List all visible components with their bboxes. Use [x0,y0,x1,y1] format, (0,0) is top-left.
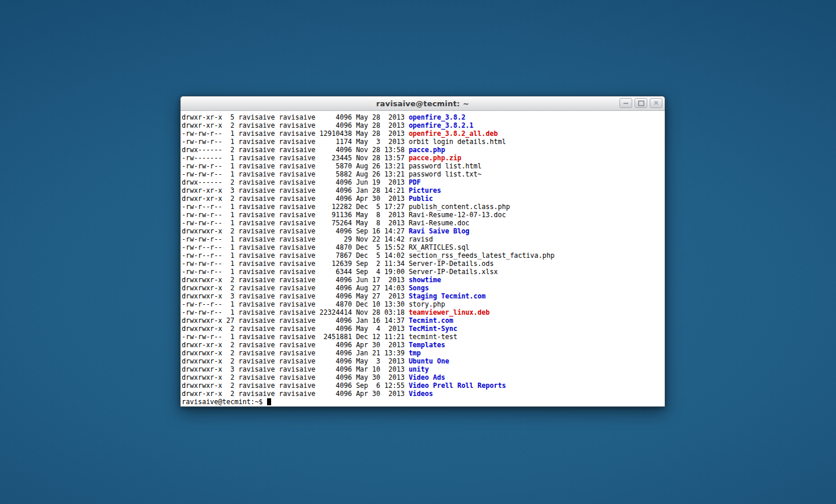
file-row: -rw-r--r-- 1 ravisaive ravisaive 4870 De… [182,243,665,251]
file-name: Video Prell Roll Reports [409,381,506,390]
file-name: unity [409,365,429,373]
file-meta: -rw-rw-r-- 1 ravisaive ravisaive 12639 S… [182,260,409,268]
file-meta: drwxrwxr-x 27 ravisaive ravisaive 4096 J… [182,316,409,325]
desktop-background: ravisaive@tecmint: ~ ✕ drwxr-xr-x 5 ravi… [0,0,836,504]
prompt-line: ravisaive@tecmint:~$ [182,398,665,406]
file-row: -rw-rw-r-- 1 ravisaive ravisaive 2451881… [182,333,665,341]
file-row: -rw-rw-r-- 1 ravisaive ravisaive 2232441… [182,308,665,316]
file-meta: -rw-rw-r-- 1 ravisaive ravisaive 5870 Au… [182,162,409,170]
file-name: showtime [409,276,441,284]
file-name: Server-IP-Details.xlsx [409,268,498,276]
file-row: drwxrwxr-x 2 ravisaive ravisaive 4096 Se… [182,381,665,390]
terminal-cursor [267,398,271,405]
file-meta: -rw-rw-r-- 1 ravisaive ravisaive 75264 M… [182,219,409,227]
file-meta: -rw-rw-r-- 1 ravisaive ravisaive 2232441… [182,308,409,316]
file-row: drwxrwxr-x 2 ravisaive ravisaive 4096 Ma… [182,373,665,381]
file-row: -rw-rw-r-- 1 ravisaive ravisaive 29 Nov … [182,235,665,243]
file-meta: drwxr-xr-x 5 ravisaive ravisaive 4096 Ma… [182,113,409,121]
file-meta: -rw------- 1 ravisaive ravisaive 23445 N… [182,154,409,162]
file-name: password list.txt~ [409,170,482,178]
file-name: Ubuntu One [409,357,449,365]
shell-prompt: ravisaive@tecmint:~$ [182,398,267,406]
file-name: Ravi-Resume-12-07-13.doc [409,211,506,219]
file-row: drwxrwxr-x 3 ravisaive ravisaive 4096 Ma… [182,365,665,373]
window-controls: ✕ [619,98,662,108]
file-listing: drwxr-xr-x 5 ravisaive ravisaive 4096 Ma… [182,113,665,398]
file-row: drwxrwxr-x 27 ravisaive ravisaive 4096 J… [182,316,665,325]
file-row: -rw------- 1 ravisaive ravisaive 23445 N… [182,154,665,162]
file-meta: drwxr-xr-x 2 ravisaive ravisaive 4096 Ap… [182,341,409,349]
file-meta: -rw-rw-r-- 1 ravisaive ravisaive 2451881… [182,333,409,341]
terminal-output-area[interactable]: drwxr-xr-x 5 ravisaive ravisaive 4096 Ma… [181,111,665,406]
file-row: drwxrwxr-x 2 ravisaive ravisaive 4096 Ja… [182,349,665,357]
file-row: drwxrwxr-x 2 ravisaive ravisaive 4096 Ju… [182,276,665,284]
file-name: tecmint-test [409,333,457,341]
file-meta: -rw-rw-r-- 1 ravisaive ravisaive 6344 Se… [182,268,409,276]
file-row: -rw-rw-r-- 1 ravisaive ravisaive 91136 M… [182,211,665,219]
file-name: Templates [409,341,445,349]
file-name: TecMint-Sync [409,325,457,333]
file-meta: -rw-rw-r-- 1 ravisaive ravisaive 1291043… [182,129,409,138]
file-row: drwxrwxr-x 2 ravisaive ravisaive 4096 Ma… [182,325,665,333]
file-meta: drwxrwxr-x 2 ravisaive ravisaive 4096 Ma… [182,325,409,333]
file-name: Staging Tecmint.com [409,292,486,300]
file-name: Video Ads [409,373,445,381]
file-meta: -rw-rw-r-- 1 ravisaive ravisaive 1174 Ma… [182,138,409,146]
maximize-button[interactable] [635,98,647,108]
file-row: drwxrwxr-x 2 ravisaive ravisaive 4096 Au… [182,284,665,292]
window-title: ravisaive@tecmint: ~ [376,99,469,108]
file-name: Ravi-Resume.doc [409,219,470,227]
file-row: -rw-r--r-- 1 ravisaive ravisaive 12282 D… [182,203,665,211]
file-meta: -rw-r--r-- 1 ravisaive ravisaive 12282 D… [182,203,409,211]
file-row: drwxrwxr-x 2 ravisaive ravisaive 4096 Se… [182,227,665,235]
file-meta: -rw-rw-r-- 1 ravisaive ravisaive 91136 M… [182,211,409,219]
file-row: -rw-r--r-- 1 ravisaive ravisaive 7867 De… [182,251,665,260]
file-meta: drwx------ 2 ravisaive ravisaive 4096 Ju… [182,178,409,186]
file-row: -rw-rw-r-- 1 ravisaive ravisaive 75264 M… [182,219,665,227]
file-row: drwxr-xr-x 2 ravisaive ravisaive 4096 Ma… [182,121,665,129]
file-name: publish_content.class.php [409,203,510,211]
file-name: section_rss_feeds_latest_factiva.php [409,251,554,260]
file-meta: -rw-r--r-- 1 ravisaive ravisaive 4870 De… [182,243,409,251]
file-meta: drwxrwxr-x 2 ravisaive ravisaive 4096 Ju… [182,276,409,284]
file-row: -rw-r--r-- 1 ravisaive ravisaive 4870 De… [182,300,665,308]
file-name: pacce.php [409,146,445,154]
close-button[interactable]: ✕ [650,98,662,108]
file-meta: drwxrwxr-x 2 ravisaive ravisaive 4096 Ma… [182,357,409,365]
file-row: drwx------ 2 ravisaive ravisaive 4096 Ju… [182,178,665,186]
file-name: orbit login details.html [409,138,506,146]
window-titlebar[interactable]: ravisaive@tecmint: ~ ✕ [181,96,665,111]
file-name: ravisd [409,235,433,243]
file-name: pacce.php.zip [409,154,462,162]
file-row: drwx------ 2 ravisaive ravisaive 4096 No… [182,146,665,154]
file-name: teamviewer_linux.deb [409,308,490,316]
terminal-window: ravisaive@tecmint: ~ ✕ drwxr-xr-x 5 ravi… [180,96,665,407]
file-meta: drwxrwxr-x 2 ravisaive ravisaive 4096 Ma… [182,373,409,381]
file-name: RX_ARTICLES.sql [409,243,470,251]
file-name: Tecmint.com [409,316,453,325]
file-name: Public [409,195,433,203]
file-meta: drwxrwxr-x 3 ravisaive ravisaive 4096 Ma… [182,365,409,373]
file-row: drwxr-xr-x 2 ravisaive ravisaive 4096 Ap… [182,341,665,349]
file-meta: -rw-rw-r-- 1 ravisaive ravisaive 5882 Au… [182,170,409,178]
file-name: openfire_3.8.2 [409,113,466,121]
close-icon: ✕ [653,100,658,106]
file-row: -rw-rw-r-- 1 ravisaive ravisaive 5882 Au… [182,170,665,178]
minimize-button[interactable] [619,98,632,108]
file-row: -rw-rw-r-- 1 ravisaive ravisaive 5870 Au… [182,162,665,170]
file-meta: drwxrwxr-x 2 ravisaive ravisaive 4096 Ja… [182,349,409,357]
file-meta: drwxr-xr-x 2 ravisaive ravisaive 4096 Ap… [182,390,409,398]
file-name: password list.html [409,162,482,170]
file-row: -rw-rw-r-- 1 ravisaive ravisaive 1291043… [182,129,665,138]
file-meta: drwxr-xr-x 2 ravisaive ravisaive 4096 Ma… [182,121,409,129]
file-name: Videos [409,390,433,398]
file-row: -rw-rw-r-- 1 ravisaive ravisaive 6344 Se… [182,268,665,276]
file-row: drwxr-xr-x 2 ravisaive ravisaive 4096 Ap… [182,390,665,398]
file-meta: drwxr-xr-x 3 ravisaive ravisaive 4096 Ja… [182,186,409,195]
file-name: PDF [409,178,421,186]
file-row: drwxr-xr-x 2 ravisaive ravisaive 4096 Ap… [182,195,665,203]
maximize-icon [638,100,644,106]
file-row: drwxrwxr-x 3 ravisaive ravisaive 4096 Ma… [182,292,665,300]
file-name: Server-IP-Details.ods [409,260,494,268]
file-meta: drwxrwxr-x 2 ravisaive ravisaive 4096 Se… [182,381,409,390]
